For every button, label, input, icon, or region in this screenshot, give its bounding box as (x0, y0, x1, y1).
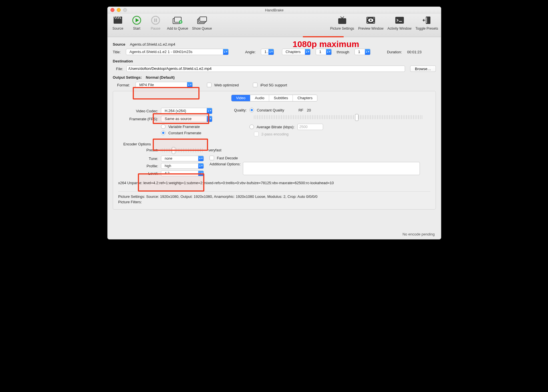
title-label: Title: (113, 50, 121, 54)
format-value: MP4 File (138, 82, 156, 88)
level-select[interactable]: 4.2 ▲▼ (161, 170, 204, 176)
title-select[interactable]: Agents.of.Shield.s1.e2 1 - 00h01m23s ▲▼ (126, 49, 229, 55)
svg-rect-11 (200, 17, 207, 21)
toolbar-label: Source (112, 27, 123, 31)
svg-point-19 (374, 22, 374, 23)
svg-point-17 (374, 18, 374, 19)
preset-value: veryfast (208, 148, 221, 152)
toggle-presets-button[interactable]: Toggle Presets (416, 15, 438, 31)
tune-value: none (163, 156, 174, 161)
toolbar-left-group: Source Start Pause (110, 15, 212, 31)
angle-select[interactable]: 1 ▲▼ (261, 49, 274, 55)
tab-video[interactable]: Video (231, 95, 250, 101)
x264-unparse-line: x264 Unparse: level=4.2:ref=1:weightp=1:… (118, 181, 430, 185)
tab-audio[interactable]: Audio (250, 95, 269, 101)
toolbar-label: Show Queue (192, 27, 212, 31)
constant-framerate-radio[interactable]: Constant Framerate (161, 131, 201, 135)
pause-icon (150, 15, 161, 25)
variable-framerate-radio[interactable]: Variable Framerate (161, 124, 200, 129)
codec-label: Video Codec: (118, 109, 161, 113)
toolbar-label: Add to Queue (167, 27, 188, 31)
profile-label: Profile: (118, 164, 161, 168)
level-label: Level: (118, 171, 161, 176)
video-left-column: Video Codec: H.264 (x264) ▲▼ Framerate (… (118, 106, 218, 138)
file-path-input[interactable] (126, 66, 405, 72)
show-queue-button[interactable]: Show Queue (192, 15, 212, 31)
toolbar-label: Activity Window (388, 27, 412, 31)
chapter-to-value: 1 (356, 49, 362, 55)
ipod-5g-label: iPod 5G support (260, 83, 287, 87)
toolbar-right-group: Picture Settings Preview Window Activity… (330, 15, 438, 31)
chevron-up-down-icon: ▲▼ (326, 49, 331, 55)
picture-filters-summary: Picture Filters: (118, 200, 430, 204)
ipod-5g-checkbox[interactable]: iPod 5G support (253, 83, 287, 87)
chapter-to-select[interactable]: 1 ▲▼ (354, 49, 370, 55)
content-area: Source Agents.of.Shield.s1.e2.mp4 Title:… (108, 37, 441, 210)
activity-window-button[interactable]: Activity Window (388, 15, 412, 31)
video-codec-select[interactable]: H.264 (x264) ▲▼ (161, 108, 212, 114)
queue-add-icon (172, 15, 183, 25)
terminal-icon (394, 15, 405, 25)
source-row: Source Agents.of.Shield.s1.e2.mp4 (113, 42, 436, 46)
two-pass-checkbox: 2-pass encoding (254, 132, 289, 136)
format-label: Format: (113, 83, 130, 87)
radio-icon (161, 124, 166, 129)
svg-point-16 (367, 18, 368, 19)
minimize-icon[interactable] (117, 8, 121, 12)
additional-options-input[interactable] (243, 162, 420, 175)
tab-subtitles[interactable]: Subtitles (269, 95, 293, 101)
web-optimized-checkbox[interactable]: Web optimized (207, 83, 239, 87)
checkbox-icon (209, 156, 214, 160)
tune-select[interactable]: none ▲▼ (161, 156, 204, 161)
profile-select[interactable]: high ▲▼ (161, 163, 204, 169)
pause-button: Pause (148, 15, 163, 31)
destination-row: File: Browse… (113, 66, 436, 72)
framerate-select[interactable]: Same as source ▲▼ (161, 116, 212, 122)
radio-icon (161, 131, 166, 135)
quality-slider[interactable] (254, 115, 422, 119)
tune-label: Tune: (118, 157, 161, 161)
chevron-up-down-icon: ▲▼ (305, 49, 310, 55)
rf-label: RF (299, 108, 303, 112)
encoder-preset-slider[interactable] (161, 148, 204, 152)
quality-label: Quality: (227, 108, 249, 112)
svg-rect-22 (426, 17, 427, 23)
constant-quality-radio[interactable]: Constant Quality (249, 108, 284, 112)
preset-label: Preset: (118, 148, 161, 152)
browse-button[interactable]: Browse… (410, 66, 436, 72)
chevron-up-down-icon: ▲▼ (365, 49, 370, 55)
checkbox-icon (254, 132, 259, 136)
format-select[interactable]: MP4 File ▲▼ (136, 82, 193, 88)
add-to-queue-button[interactable]: Add to Queue (167, 15, 188, 31)
level-value: 4.2 (163, 170, 171, 176)
toolbar-label: Preview Window (358, 27, 384, 31)
window-controls (110, 8, 127, 12)
range-mode-select[interactable]: Chapters ▲▼ (282, 49, 311, 55)
chevron-up-down-icon: ▲▼ (187, 82, 192, 88)
fast-decode-checkbox[interactable]: Fast Decode (209, 156, 238, 160)
twopass-label: 2-pass encoding (261, 132, 289, 136)
tab-chapters[interactable]: Chapters (293, 95, 317, 101)
output-heading: Output Settings: (113, 75, 142, 80)
annotation-text: 1080p maximum (293, 39, 359, 49)
maximize-icon (123, 8, 127, 12)
preview-window-button[interactable]: Preview Window (358, 15, 384, 31)
radio-icon (249, 108, 254, 112)
start-button[interactable]: Start (129, 15, 144, 31)
abr-label: Average Bitrate (kbps): (257, 125, 295, 129)
chevron-up-down-icon: ▲▼ (198, 170, 204, 176)
svg-point-15 (370, 19, 372, 21)
chevron-up-down-icon: ▲▼ (198, 156, 204, 161)
toolbar-label: Pause (151, 27, 160, 31)
picture-settings-button[interactable]: Picture Settings (330, 15, 354, 31)
encoder-options-heading: Encoder Options (123, 142, 430, 146)
chapter-from-select[interactable]: 1 ▲▼ (316, 49, 332, 55)
source-label: Source (113, 42, 125, 46)
source-button[interactable]: Source (110, 15, 125, 31)
codec-value: H.264 (x264) (163, 108, 188, 114)
close-icon[interactable] (110, 8, 114, 12)
toolbar-label: Toggle Presets (416, 27, 438, 31)
average-bitrate-radio[interactable]: Average Bitrate (kbps): (249, 125, 295, 129)
svg-rect-5 (156, 19, 157, 22)
destination-heading: Destination (113, 59, 133, 63)
